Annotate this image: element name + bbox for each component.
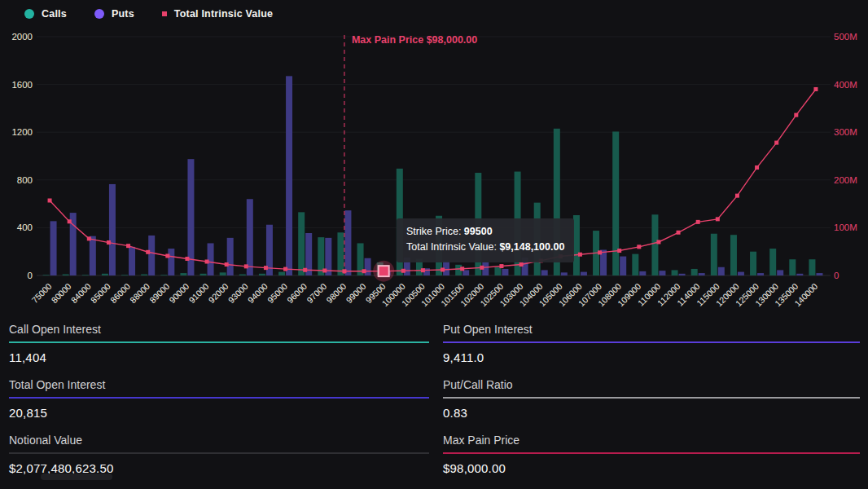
svg-text:84000: 84000 xyxy=(69,281,93,305)
svg-text:300M: 300M xyxy=(834,127,857,137)
legend-puts-label: Puts xyxy=(112,8,134,20)
svg-text:89000: 89000 xyxy=(147,281,171,305)
stat-label: Total Open Interest xyxy=(9,378,429,397)
chart-legend: Calls Puts Total Intrinsic Value xyxy=(24,8,273,20)
stat-value: $2,077,480,623.50 xyxy=(9,454,429,475)
legend-item-total-intrinsic-value[interactable]: Total Intrinsic Value xyxy=(162,8,273,20)
svg-text:96000: 96000 xyxy=(285,281,309,305)
svg-text:2000: 2000 xyxy=(11,32,33,42)
svg-text:93000: 93000 xyxy=(226,281,250,305)
svg-text:98000: 98000 xyxy=(324,281,348,305)
intrinsic-value-swatch-icon xyxy=(162,11,167,16)
svg-text:88000: 88000 xyxy=(128,281,151,305)
svg-text:85000: 85000 xyxy=(89,281,112,305)
stat-value: 11,404 xyxy=(9,343,429,364)
puts-swatch-icon xyxy=(94,9,104,19)
stat-label: Max Pain Price xyxy=(443,434,860,452)
legend-calls-label: Calls xyxy=(42,8,67,20)
stat-value: 0.83 xyxy=(443,399,860,420)
svg-text:200M: 200M xyxy=(834,175,857,185)
horizontal-scrollbar-thumb[interactable] xyxy=(41,474,112,480)
highlighted-marker xyxy=(379,266,389,276)
calls-swatch-icon xyxy=(24,9,34,19)
svg-text:100M: 100M xyxy=(834,222,857,232)
svg-text:400M: 400M xyxy=(834,80,857,90)
svg-text:0: 0 xyxy=(28,271,33,280)
stat-label: Put Open Interest xyxy=(443,323,860,341)
stat-total-open-interest: Total Open Interest 20,815 xyxy=(9,377,429,432)
svg-text:97000: 97000 xyxy=(305,281,328,305)
svg-text:86000: 86000 xyxy=(108,281,132,305)
stat-call-open-interest: Call Open Interest 11,404 xyxy=(9,321,429,377)
x-axis-labels: 7500080000840008500086000880008900090000… xyxy=(29,281,819,308)
svg-text:400: 400 xyxy=(17,222,33,232)
svg-text:800: 800 xyxy=(17,175,33,185)
options-max-pain-dashboard: 04008001200160020000100M200M300M400M500M… xyxy=(0,0,868,489)
stat-put-open-interest: Put Open Interest 9,411.0 xyxy=(443,321,860,377)
legend-item-calls[interactable]: Calls xyxy=(24,8,67,20)
svg-text:94000: 94000 xyxy=(246,281,270,305)
calls-bars xyxy=(43,129,816,275)
svg-text:92000: 92000 xyxy=(206,281,230,305)
stat-label: Call Open Interest xyxy=(9,323,429,341)
max-pain-label: Max Pain Price $98,000.00 xyxy=(352,34,477,46)
svg-text:91000: 91000 xyxy=(186,281,210,305)
stat-max-pain-price: Max Pain Price $98,000.00 xyxy=(443,432,860,487)
svg-text:1200: 1200 xyxy=(11,127,33,137)
options-chart[interactable]: 04008001200160020000100M200M300M400M500M… xyxy=(0,0,868,319)
legend-intrinsic-label: Total Intrinsic Value xyxy=(174,8,273,20)
options-chart-svg[interactable]: 04008001200160020000100M200M300M400M500M… xyxy=(0,0,868,319)
svg-text:1600: 1600 xyxy=(11,80,33,90)
stat-value: 20,815 xyxy=(9,399,429,420)
stats-panel: Call Open Interest 11,404 Put Open Inter… xyxy=(9,321,860,487)
svg-text:90000: 90000 xyxy=(167,281,191,305)
svg-text:500M: 500M xyxy=(834,32,857,42)
svg-text:80000: 80000 xyxy=(49,281,72,305)
stat-label: Put/Call Ratio xyxy=(443,378,860,397)
svg-text:95000: 95000 xyxy=(265,281,289,305)
svg-text:99000: 99000 xyxy=(344,281,367,305)
stat-put-call-ratio: Put/Call Ratio 0.83 xyxy=(443,377,860,432)
legend-item-puts[interactable]: Puts xyxy=(94,8,134,20)
stat-label: Notional Value xyxy=(9,434,429,452)
stat-value: $98,000.00 xyxy=(443,454,860,475)
svg-text:75000: 75000 xyxy=(29,281,53,305)
stat-value: 9,411.0 xyxy=(443,343,860,364)
svg-text:0: 0 xyxy=(834,271,839,280)
